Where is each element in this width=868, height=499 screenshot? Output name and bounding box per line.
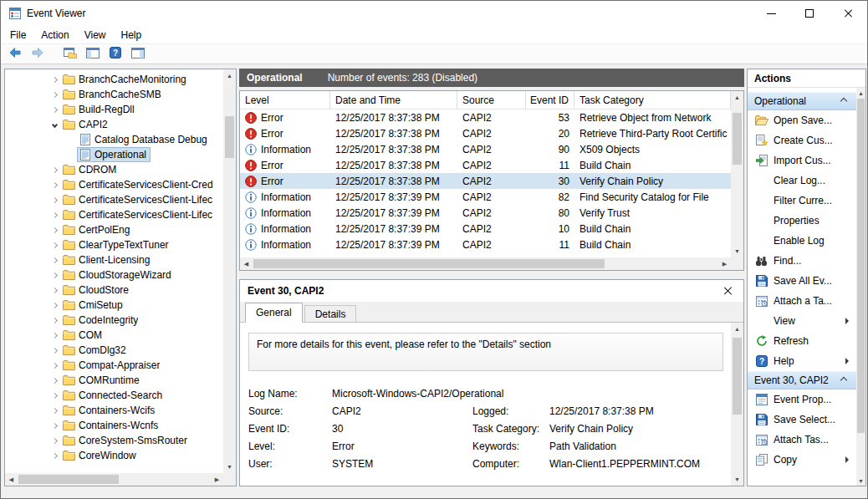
column-header-task-category[interactable]: Task Category — [574, 91, 731, 109]
chevron-collapsed-icon[interactable] — [49, 213, 60, 217]
scroll-down-icon[interactable]: ▼ — [731, 245, 743, 257]
scroll-up-icon[interactable]: ▲ — [856, 88, 865, 98]
event-row[interactable]: Information12/25/2017 8:37:39 PMCAPI282F… — [240, 189, 731, 205]
tree-item-cloudstore[interactable]: CloudStore — [5, 283, 223, 298]
tree-item-connected-search[interactable]: Connected-Search — [5, 388, 223, 403]
tab-details[interactable]: Details — [304, 305, 357, 322]
tree-item-certpoleng[interactable]: CertPolEng — [5, 222, 223, 237]
chevron-collapsed-icon[interactable] — [49, 379, 60, 383]
scroll-down-icon[interactable]: ▼ — [856, 476, 865, 486]
action-attach-a-ta[interactable]: Attach a Ta... — [748, 291, 856, 311]
forward-button[interactable] — [28, 45, 47, 63]
scroll-up-icon[interactable]: ▲ — [731, 323, 743, 335]
tree-item-branchcachesmb[interactable]: BranchCacheSMB — [5, 87, 223, 102]
event-row[interactable]: Error12/25/2017 8:37:38 PMCAPI220Retriev… — [240, 125, 731, 141]
event-row[interactable]: Information12/25/2017 8:37:39 PMCAPI280V… — [240, 205, 731, 221]
action-import-cus[interactable]: Import Cus... — [748, 150, 856, 171]
event-row[interactable]: Error12/25/2017 8:37:38 PMCAPI230Verify … — [240, 173, 731, 189]
action-properties[interactable]: Properties — [748, 211, 856, 231]
close-button[interactable] — [829, 1, 867, 26]
tree-item-cleartypetexttuner[interactable]: ClearTypeTextTuner — [5, 237, 223, 252]
scroll-left-icon[interactable]: ◀ — [240, 257, 253, 270]
tree-item-branchcachemonitoring[interactable]: BranchCacheMonitoring — [5, 72, 223, 87]
chevron-collapsed-icon[interactable] — [49, 454, 60, 458]
scroll-right-icon[interactable]: ▶ — [211, 473, 223, 486]
tree-item-operational[interactable]: Operational — [5, 147, 223, 162]
tree-item-com[interactable]: COM — [5, 328, 223, 343]
menu-file[interactable]: File — [3, 28, 33, 43]
column-header-event-id[interactable]: Event ID — [526, 91, 574, 109]
action-view[interactable]: View — [748, 311, 856, 331]
minimize-button[interactable] — [752, 1, 790, 26]
table-vscroll-thumb[interactable] — [733, 113, 742, 165]
menu-view[interactable]: View — [77, 28, 114, 43]
chevron-collapsed-icon[interactable] — [49, 349, 60, 353]
chevron-collapsed-icon[interactable] — [49, 108, 60, 112]
table-horizontal-scrollbar[interactable]: ◀ ▶ — [240, 257, 731, 270]
action-enable-log[interactable]: Enable Log — [748, 231, 856, 251]
event-row[interactable]: Information12/25/2017 8:37:39 PMCAPI210B… — [240, 221, 731, 237]
table-hscroll-thumb[interactable] — [253, 259, 605, 268]
tree-item-containers-wcifs[interactable]: Containers-Wcifs — [5, 403, 223, 418]
column-header-level[interactable]: Level — [240, 91, 330, 109]
chevron-collapsed-icon[interactable] — [49, 288, 60, 293]
tree-item-corewindow[interactable]: CoreWindow — [5, 448, 223, 463]
menu-action[interactable]: Action — [33, 28, 76, 43]
scroll-down-icon[interactable]: ▼ — [731, 473, 743, 486]
tab-general[interactable]: General — [245, 303, 303, 323]
chevron-collapsed-icon[interactable] — [49, 258, 60, 262]
tree-vertical-scrollbar[interactable]: ▲ ▼ — [223, 69, 236, 473]
show-console-tree-button[interactable] — [83, 45, 102, 63]
detail-close-button[interactable] — [719, 283, 736, 299]
chevron-collapsed-icon[interactable] — [49, 364, 60, 368]
chevron-collapsed-icon[interactable] — [49, 168, 60, 172]
action-filter-curre[interactable]: Filter Curre... — [748, 191, 856, 211]
scroll-up-icon[interactable]: ▲ — [223, 69, 236, 82]
export-button[interactable] — [60, 45, 79, 63]
actions-scroll-thumb[interactable] — [857, 99, 865, 433]
action-copy[interactable]: Copy — [748, 450, 856, 470]
tree-item-codeintegrity[interactable]: CodeIntegrity — [5, 313, 223, 328]
maximize-button[interactable] — [790, 1, 829, 26]
tree-item-capi2[interactable]: CAPI2 — [5, 117, 223, 132]
chevron-collapsed-icon[interactable] — [49, 273, 60, 278]
action-attach-tas[interactable]: Attach Tas... — [748, 430, 856, 450]
chevron-collapsed-icon[interactable] — [49, 424, 60, 428]
event-row[interactable]: Error12/25/2017 8:37:38 PMCAPI211Build C… — [240, 157, 731, 173]
action-help[interactable]: ?Help — [748, 351, 856, 371]
help-button[interactable]: ? — [105, 45, 125, 63]
detail-vscroll-thumb[interactable] — [733, 338, 742, 415]
chevron-expanded-icon[interactable] — [49, 123, 60, 127]
event-row[interactable]: Error12/25/2017 8:37:38 PMCAPI253Retriev… — [240, 109, 731, 125]
column-header-source[interactable]: Source — [457, 91, 526, 109]
tree-vscroll-thumb[interactable] — [225, 116, 234, 158]
chevron-collapsed-icon[interactable] — [49, 409, 60, 413]
chevron-collapsed-icon[interactable] — [49, 228, 60, 232]
chevron-collapsed-icon[interactable] — [49, 183, 60, 187]
show-action-pane-button[interactable] — [128, 45, 147, 63]
tree-item-coresystem-smsrouter[interactable]: CoreSystem-SmsRouter — [5, 433, 223, 448]
tree-horizontal-scrollbar[interactable]: ◀ ▶ — [5, 473, 223, 486]
actions-group-header-event-30-capi2[interactable]: Event 30, CAPI2 — [748, 371, 856, 390]
actions-group-header-operational[interactable]: Operational — [748, 92, 856, 110]
scroll-right-icon[interactable]: ▶ — [718, 257, 731, 270]
event-row[interactable]: Information12/25/2017 8:37:39 PMCAPI211B… — [240, 237, 731, 252]
action-event-prop[interactable]: Event Prop... — [748, 390, 856, 410]
scroll-down-icon[interactable]: ▼ — [223, 461, 236, 473]
action-create-cus[interactable]: Create Cus... — [748, 130, 856, 150]
action-save-select[interactable]: Save Select... — [748, 410, 856, 430]
tree-hscroll-thumb[interactable] — [18, 475, 119, 484]
tree-item-client-licensing[interactable]: Client-Licensing — [5, 252, 223, 267]
tree-item-certificateservicesclient-cred[interactable]: CertificateServicesClient-Cred — [5, 177, 223, 192]
column-header-date-and-time[interactable]: Date and Time — [330, 91, 457, 109]
scroll-up-icon[interactable]: ▲ — [731, 91, 743, 104]
action-refresh[interactable]: Refresh — [748, 331, 856, 351]
detail-vertical-scrollbar[interactable]: ▲ ▼ — [731, 323, 743, 486]
action-open-save[interactable]: Open Save... — [748, 110, 856, 130]
chevron-collapsed-icon[interactable] — [49, 93, 60, 97]
tree-item-cdrom[interactable]: CDROM — [5, 162, 223, 177]
scroll-left-icon[interactable]: ◀ — [5, 473, 18, 486]
table-vertical-scrollbar[interactable]: ▲ ▼ — [731, 91, 743, 257]
tree-item-certificateservicesclient-lifec[interactable]: CertificateServicesClient-Lifec — [5, 192, 223, 207]
tree-item-cmisetup[interactable]: CmiSetup — [5, 298, 223, 313]
